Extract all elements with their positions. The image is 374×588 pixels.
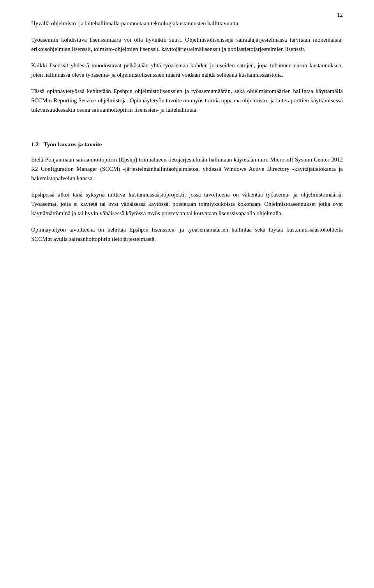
paragraph-1: Hyvällä ohjelmisto- ja laitehallinnalla … xyxy=(31,19,343,28)
paragraph-3: Kaikki lisenssit yhdessä muodostavat pel… xyxy=(31,61,343,79)
page-number: 12 xyxy=(337,12,343,18)
section-heading-1-2: 1.2 Työn kuvaus ja tavoite xyxy=(31,141,343,148)
page-container: 12 Hyvällä ohjelmisto- ja laitehallinnal… xyxy=(0,0,374,588)
paragraph-7: Opinnäytetyön tavoitteena on kehittää Ep… xyxy=(31,225,343,244)
paragraph-4: Tässä opinnäytetyössä kehitetään Epshp:n… xyxy=(31,86,343,114)
paragraph-6: Epshp:ssä alkoi tänä syksynä mittava kus… xyxy=(31,190,343,218)
paragraph-5: Etelä-Pohjanmaan sairaanhoitopiirin (Eps… xyxy=(31,155,343,183)
paragraph-2: Työasemiin kohdistuva lisenssimäärä voi … xyxy=(31,35,343,54)
spacer-1 xyxy=(31,121,343,128)
section-number: 1.2 xyxy=(31,141,39,148)
section-title: Työn kuvaus ja tavoite xyxy=(43,141,102,148)
